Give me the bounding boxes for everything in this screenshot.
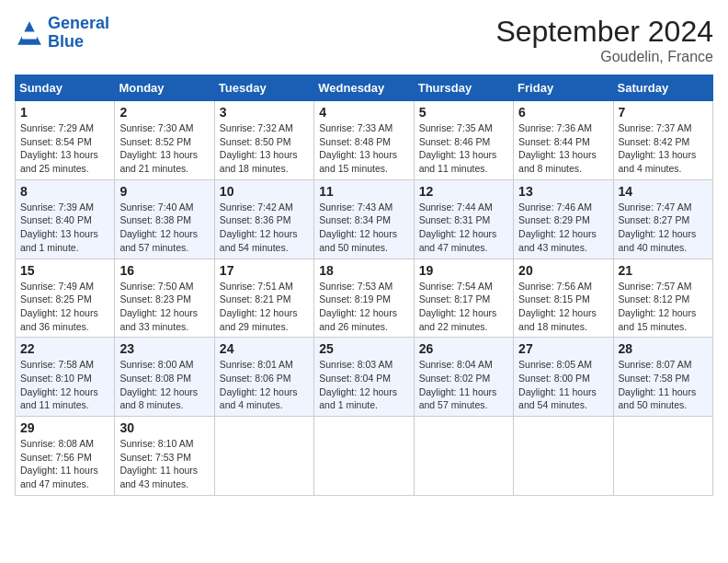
day-info: Sunrise: 8:05 AM Sunset: 8:00 PM Dayligh… <box>518 358 608 412</box>
day-info: Sunrise: 7:43 AM Sunset: 8:34 PM Dayligh… <box>319 201 408 255</box>
calendar-cell: 8Sunrise: 7:39 AM Sunset: 8:40 PM Daylig… <box>16 179 115 259</box>
calendar-cell: 28Sunrise: 8:07 AM Sunset: 7:58 PM Dayli… <box>613 338 712 417</box>
calendar-week-2: 8Sunrise: 7:39 AM Sunset: 8:40 PM Daylig… <box>16 179 713 259</box>
day-number: 3 <box>220 105 309 120</box>
day-number: 16 <box>119 263 209 278</box>
calendar-table: Sunday Monday Tuesday Wednesday Thursday… <box>15 75 713 496</box>
day-info: Sunrise: 7:40 AM Sunset: 8:38 PM Dayligh… <box>119 201 209 255</box>
col-thursday: Thursday <box>414 75 513 101</box>
day-info: Sunrise: 7:37 AM Sunset: 8:42 PM Dayligh… <box>619 121 708 176</box>
day-info: Sunrise: 7:42 AM Sunset: 8:36 PM Dayligh… <box>220 201 309 255</box>
col-friday: Friday <box>514 75 613 101</box>
calendar-cell: 18Sunrise: 7:53 AM Sunset: 8:19 PM Dayli… <box>314 259 414 338</box>
calendar-cell: 17Sunrise: 7:51 AM Sunset: 8:21 PM Dayli… <box>214 259 313 338</box>
day-number: 20 <box>518 263 608 278</box>
day-info: Sunrise: 8:10 AM Sunset: 7:53 PM Dayligh… <box>119 437 209 491</box>
day-info: Sunrise: 8:08 AM Sunset: 7:56 PM Dayligh… <box>20 437 109 491</box>
day-info: Sunrise: 7:30 AM Sunset: 8:52 PM Dayligh… <box>119 121 209 176</box>
day-info: Sunrise: 7:47 AM Sunset: 8:27 PM Dayligh… <box>619 201 708 255</box>
page-header: General Blue September 2024 Goudelin, Fr… <box>15 15 713 65</box>
calendar-cell: 21Sunrise: 7:57 AM Sunset: 8:12 PM Dayli… <box>613 259 712 338</box>
calendar-cell: 29Sunrise: 8:08 AM Sunset: 7:56 PM Dayli… <box>16 417 115 496</box>
calendar-cell: 14Sunrise: 7:47 AM Sunset: 8:27 PM Dayli… <box>613 179 712 259</box>
logo-general: General <box>48 14 109 32</box>
logo-text: General Blue <box>48 15 109 52</box>
day-info: Sunrise: 7:57 AM Sunset: 8:12 PM Dayligh… <box>619 280 708 334</box>
day-info: Sunrise: 7:35 AM Sunset: 8:46 PM Dayligh… <box>419 121 508 176</box>
svg-rect-2 <box>22 31 37 39</box>
calendar-cell <box>214 417 313 496</box>
calendar-cell: 2Sunrise: 7:30 AM Sunset: 8:52 PM Daylig… <box>115 101 214 180</box>
day-info: Sunrise: 7:36 AM Sunset: 8:44 PM Dayligh… <box>518 121 608 176</box>
header-row: Sunday Monday Tuesday Wednesday Thursday… <box>16 75 713 101</box>
day-info: Sunrise: 7:33 AM Sunset: 8:48 PM Dayligh… <box>319 121 408 176</box>
day-info: Sunrise: 7:39 AM Sunset: 8:40 PM Dayligh… <box>20 201 109 255</box>
day-number: 10 <box>220 184 309 199</box>
day-number: 23 <box>119 341 209 356</box>
calendar-cell: 25Sunrise: 8:03 AM Sunset: 8:04 PM Dayli… <box>314 338 414 417</box>
col-wednesday: Wednesday <box>314 75 414 101</box>
calendar-cell: 24Sunrise: 8:01 AM Sunset: 8:06 PM Dayli… <box>214 338 313 417</box>
day-number: 26 <box>419 341 508 356</box>
calendar-cell <box>613 417 712 496</box>
day-number: 28 <box>619 341 708 356</box>
calendar-cell: 6Sunrise: 7:36 AM Sunset: 8:44 PM Daylig… <box>514 101 613 180</box>
day-number: 11 <box>319 184 408 199</box>
calendar-cell: 9Sunrise: 7:40 AM Sunset: 8:38 PM Daylig… <box>115 179 214 259</box>
calendar-cell: 12Sunrise: 7:44 AM Sunset: 8:31 PM Dayli… <box>414 179 513 259</box>
day-number: 1 <box>20 105 109 120</box>
day-number: 14 <box>619 184 708 199</box>
day-number: 22 <box>20 341 109 356</box>
calendar-body: 1Sunrise: 7:29 AM Sunset: 8:54 PM Daylig… <box>16 101 713 496</box>
calendar-cell: 3Sunrise: 7:32 AM Sunset: 8:50 PM Daylig… <box>214 101 313 180</box>
calendar-week-4: 22Sunrise: 7:58 AM Sunset: 8:10 PM Dayli… <box>16 338 713 417</box>
day-number: 7 <box>619 105 708 120</box>
day-number: 4 <box>319 105 408 120</box>
calendar-week-1: 1Sunrise: 7:29 AM Sunset: 8:54 PM Daylig… <box>16 101 713 180</box>
day-number: 17 <box>220 263 309 278</box>
calendar-cell: 22Sunrise: 7:58 AM Sunset: 8:10 PM Dayli… <box>16 338 115 417</box>
day-info: Sunrise: 7:49 AM Sunset: 8:25 PM Dayligh… <box>20 280 109 334</box>
calendar-cell: 11Sunrise: 7:43 AM Sunset: 8:34 PM Dayli… <box>314 179 414 259</box>
day-number: 5 <box>419 105 508 120</box>
calendar-cell: 16Sunrise: 7:50 AM Sunset: 8:23 PM Dayli… <box>115 259 214 338</box>
calendar-week-3: 15Sunrise: 7:49 AM Sunset: 8:25 PM Dayli… <box>16 259 713 338</box>
col-saturday: Saturday <box>613 75 712 101</box>
calendar-cell: 15Sunrise: 7:49 AM Sunset: 8:25 PM Dayli… <box>16 259 115 338</box>
day-number: 2 <box>119 105 209 120</box>
calendar-header: Sunday Monday Tuesday Wednesday Thursday… <box>16 75 713 101</box>
calendar-cell <box>514 417 613 496</box>
calendar-cell: 7Sunrise: 7:37 AM Sunset: 8:42 PM Daylig… <box>613 101 712 180</box>
day-info: Sunrise: 8:00 AM Sunset: 8:08 PM Dayligh… <box>119 358 209 412</box>
day-info: Sunrise: 7:46 AM Sunset: 8:29 PM Dayligh… <box>518 201 608 255</box>
day-info: Sunrise: 7:58 AM Sunset: 8:10 PM Dayligh… <box>20 358 109 412</box>
calendar-cell <box>314 417 414 496</box>
calendar-cell: 23Sunrise: 8:00 AM Sunset: 8:08 PM Dayli… <box>115 338 214 417</box>
day-info: Sunrise: 7:56 AM Sunset: 8:15 PM Dayligh… <box>518 280 608 334</box>
calendar-cell: 10Sunrise: 7:42 AM Sunset: 8:36 PM Dayli… <box>214 179 313 259</box>
day-info: Sunrise: 8:04 AM Sunset: 8:02 PM Dayligh… <box>419 358 508 412</box>
location-subtitle: Goudelin, France <box>495 49 713 65</box>
day-info: Sunrise: 7:54 AM Sunset: 8:17 PM Dayligh… <box>419 280 508 334</box>
day-number: 25 <box>319 341 408 356</box>
calendar-cell <box>414 417 513 496</box>
col-monday: Monday <box>115 75 214 101</box>
day-info: Sunrise: 7:51 AM Sunset: 8:21 PM Dayligh… <box>220 280 309 334</box>
day-number: 13 <box>518 184 608 199</box>
calendar-cell: 4Sunrise: 7:33 AM Sunset: 8:48 PM Daylig… <box>314 101 414 180</box>
calendar-cell: 26Sunrise: 8:04 AM Sunset: 8:02 PM Dayli… <box>414 338 513 417</box>
calendar-cell: 1Sunrise: 7:29 AM Sunset: 8:54 PM Daylig… <box>16 101 115 180</box>
day-info: Sunrise: 7:44 AM Sunset: 8:31 PM Dayligh… <box>419 201 508 255</box>
day-number: 21 <box>619 263 708 278</box>
calendar-cell: 20Sunrise: 7:56 AM Sunset: 8:15 PM Dayli… <box>514 259 613 338</box>
day-info: Sunrise: 7:50 AM Sunset: 8:23 PM Dayligh… <box>119 280 209 334</box>
col-tuesday: Tuesday <box>214 75 313 101</box>
day-number: 30 <box>119 420 209 435</box>
month-title: September 2024 <box>495 15 713 49</box>
day-number: 8 <box>20 184 109 199</box>
logo-blue: Blue <box>48 32 84 51</box>
day-number: 24 <box>220 341 309 356</box>
day-info: Sunrise: 7:29 AM Sunset: 8:54 PM Dayligh… <box>20 121 109 176</box>
day-info: Sunrise: 8:03 AM Sunset: 8:04 PM Dayligh… <box>319 358 408 412</box>
day-info: Sunrise: 7:32 AM Sunset: 8:50 PM Dayligh… <box>220 121 309 176</box>
